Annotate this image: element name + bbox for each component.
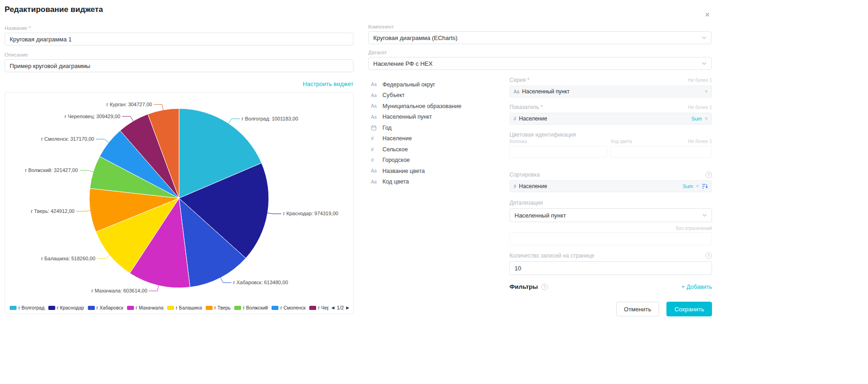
- pie-label-line: [122, 116, 133, 121]
- dataset-field[interactable]: #Городское: [371, 155, 509, 166]
- dataset-field[interactable]: АаМуниципальное образование: [371, 101, 509, 112]
- limit-input[interactable]: [509, 232, 712, 245]
- legend-next-icon[interactable]: ▶: [346, 305, 349, 310]
- pie-label: г Курган: 304727,00: [106, 102, 152, 107]
- filters-help-icon[interactable]: ?: [541, 284, 548, 290]
- legend-item[interactable]: г Волжский: [234, 305, 268, 310]
- remove-metric-icon[interactable]: ×: [705, 116, 708, 121]
- text-icon: Аа: [371, 115, 379, 120]
- number-icon: #: [514, 184, 516, 189]
- series-limit-hint: Не более 1: [688, 78, 712, 83]
- component-group: Компонент Круговая диаграмма (ECharts): [368, 24, 712, 44]
- calendar-icon: [371, 125, 379, 131]
- page-size-label: Количество записей на странице: [509, 252, 594, 259]
- cancel-button[interactable]: Отменить: [616, 302, 659, 316]
- dataset-field[interactable]: АаФедеральный округ: [371, 79, 509, 90]
- metric-field[interactable]: # Население Sum ×: [509, 113, 712, 125]
- dataset-field[interactable]: #Сельское: [371, 144, 509, 155]
- page-size-input[interactable]: [509, 261, 712, 275]
- legend-marker-icon: [167, 306, 174, 310]
- pie-label-line: [220, 278, 231, 283]
- legend-marker-icon: [48, 306, 55, 310]
- sort-help-icon[interactable]: ?: [706, 172, 712, 178]
- left-column: Название * Описание Настроить виджет г В…: [5, 25, 353, 314]
- legend-marker-icon: [309, 306, 316, 310]
- dataset-field[interactable]: АаНаселенный пункт: [371, 112, 509, 123]
- widget-name-input[interactable]: [5, 33, 353, 46]
- field-label: Федеральный округ: [382, 81, 435, 88]
- legend-label: г Тверь: [214, 305, 231, 310]
- color-code-input[interactable]: [611, 146, 712, 158]
- close-icon[interactable]: ✕: [705, 11, 710, 18]
- pie-label: г Махачкала: 603614,00: [92, 288, 147, 293]
- legend-marker-icon: [88, 306, 95, 310]
- legend-item[interactable]: г Смоленск: [272, 305, 306, 310]
- pie-label-line: [76, 211, 90, 212]
- component-select[interactable]: Круговая диаграмма (ECharts): [368, 31, 712, 44]
- footer-buttons: Отменить Сохранить: [509, 302, 712, 316]
- chevron-down-icon: [702, 62, 706, 65]
- dataset-field[interactable]: Год: [371, 122, 509, 133]
- color-ident-limit-hint: Не более 1: [688, 139, 712, 144]
- dataset-field[interactable]: АаСубъект: [371, 90, 509, 101]
- dataset-field[interactable]: #Население: [371, 133, 509, 144]
- legend-marker-icon: [10, 306, 17, 310]
- dataset-label: Датасет: [368, 50, 712, 55]
- chart-legend-row: г Волгоградг Краснодарг Хабаровскг Махач…: [10, 305, 349, 310]
- dataset-select[interactable]: Население РФ с HEX: [368, 57, 712, 70]
- field-label: Городское: [382, 157, 410, 163]
- legend-label: г Краснодар: [57, 305, 84, 310]
- legend-page-info: 1/2: [337, 305, 344, 310]
- dataset-field[interactable]: АаКод цвета: [371, 177, 509, 188]
- add-filter-link[interactable]: + Добавить: [681, 284, 712, 290]
- legend: г Волгоградг Краснодарг Хабаровскг Махач…: [10, 305, 329, 310]
- pie-label-line: [96, 139, 109, 143]
- pie-label: г Череповец: 309429,00: [64, 114, 120, 119]
- legend-item[interactable]: г Волгоград: [10, 305, 45, 310]
- pie-label-line: [80, 170, 93, 172]
- pie-label: г Хабаровск: 613480,00: [233, 280, 288, 285]
- metric-agg-tag[interactable]: Sum: [691, 116, 702, 121]
- sort-order-icon[interactable]: [702, 183, 708, 189]
- legend-item[interactable]: г Краснодар: [48, 305, 84, 310]
- dataset-value: Население РФ с HEX: [373, 60, 433, 67]
- color-column-input[interactable]: [509, 146, 607, 158]
- legend-prev-icon[interactable]: ◀: [331, 305, 335, 310]
- legend-item[interactable]: г Махачкала: [127, 305, 163, 310]
- series-field[interactable]: Аа Населенный пункт ×: [509, 86, 712, 97]
- legend-item[interactable]: г Тверь: [206, 305, 231, 310]
- field-label: Население: [382, 135, 412, 142]
- pie-label: г Балашиха: 518260,00: [41, 256, 95, 261]
- legend-label: г Волжский: [243, 305, 268, 310]
- remove-series-icon[interactable]: ×: [705, 89, 708, 94]
- legend-marker-icon: [272, 306, 278, 310]
- detail-select[interactable]: Населенный пункт: [509, 208, 712, 222]
- sort-label: Сортировка: [509, 172, 540, 178]
- no-limit-hint: Без ограничений: [676, 226, 712, 231]
- dataset-field[interactable]: АаНазвание цвета: [371, 166, 509, 177]
- save-button[interactable]: Сохранить: [666, 302, 712, 316]
- pie-label-line: [229, 119, 240, 123]
- text-icon: Аа: [371, 179, 379, 184]
- legend-item[interactable]: г Хабаровск: [88, 305, 123, 310]
- widget-description-input[interactable]: [5, 59, 353, 72]
- metric-limit-hint: Не более 1: [688, 105, 712, 110]
- legend-item[interactable]: г Череповец: [309, 305, 329, 310]
- legend-item[interactable]: г Балашиха: [167, 305, 202, 310]
- add-filter-label: Добавить: [687, 284, 712, 290]
- pie-label-line: [97, 255, 110, 259]
- field-label: Субъект: [382, 92, 405, 98]
- dataset-fields-list: АаФедеральный округАаСубъектАаМуниципаль…: [371, 79, 509, 187]
- pie-label-line: [149, 286, 159, 291]
- dataset-group: Датасет Население РФ с HEX: [368, 50, 712, 70]
- sort-agg-tag[interactable]: Sum: [683, 183, 693, 189]
- legend-label: г Смоленск: [280, 305, 306, 310]
- sort-field[interactable]: # Население Sum ×: [509, 180, 712, 192]
- component-label: Компонент: [368, 24, 712, 29]
- remove-sort-icon[interactable]: ×: [696, 183, 699, 189]
- widget-config-panel: Серия * Не более 1 Аа Населенный пункт ×…: [509, 75, 712, 290]
- component-value: Круговая диаграмма (ECharts): [373, 34, 457, 41]
- text-icon: Аа: [371, 93, 379, 98]
- page-size-help-icon[interactable]: ?: [706, 252, 712, 259]
- configure-widget-link[interactable]: Настроить виджет: [303, 80, 353, 87]
